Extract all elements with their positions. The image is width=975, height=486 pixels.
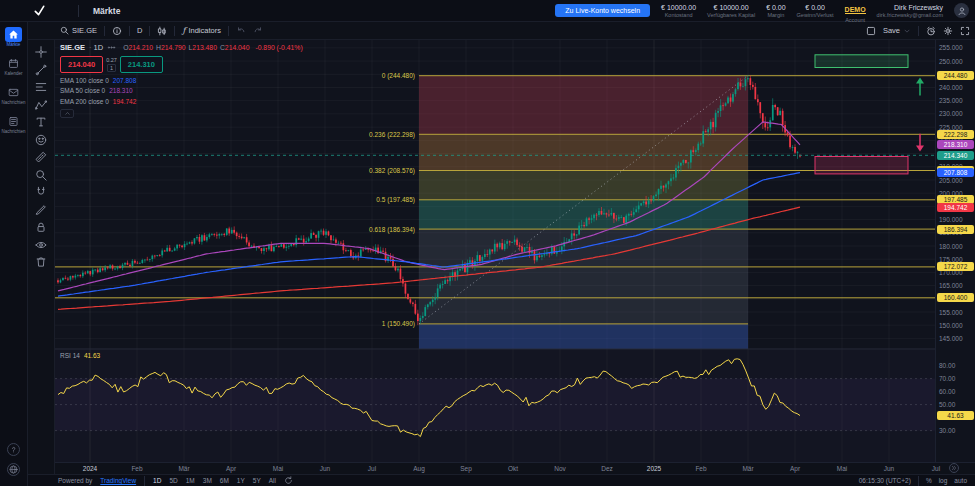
axis-price-label: 172.072 (937, 262, 974, 271)
interval-button[interactable]: D (137, 26, 142, 35)
time-axis[interactable]: 2024FebMärAprMaiJunJulAugSepOktNovDez202… (55, 462, 975, 474)
text-tool[interactable] (32, 115, 50, 129)
scale-option-%[interactable]: % (926, 477, 932, 484)
time-label: Aug (413, 465, 425, 472)
chart-legend: SIE.GE 1D O214.210H214.790L213.480C214.0… (60, 43, 303, 118)
fx-icon: ƒ (182, 26, 185, 35)
help-icon[interactable] (7, 443, 20, 456)
emoji-tool[interactable] (32, 133, 50, 147)
timeframe-5D[interactable]: 5D (169, 477, 177, 484)
markets-title[interactable]: Märkte (93, 6, 120, 16)
timeframe-5Y[interactable]: 5Y (253, 477, 261, 484)
price-tick: 190.000 (939, 216, 963, 223)
time-label: Nov (554, 465, 566, 472)
symbol-search-value: SIE.GE (72, 26, 97, 35)
home-icon (5, 27, 22, 42)
tradingview-link[interactable]: TradingView (100, 477, 136, 484)
alert-icon[interactable] (926, 26, 936, 36)
sidebar-item-märkte[interactable]: Märkte (0, 27, 27, 48)
user-info[interactable]: Dirk Friczewsky dirk.friczewsky@gmail.co… (877, 4, 943, 18)
indicators-button[interactable]: ƒ Indicators (182, 26, 221, 35)
gear-icon[interactable] (943, 26, 953, 36)
fullscreen-icon[interactable] (960, 26, 970, 36)
rsi-value-label: 41.63 (937, 411, 974, 420)
measure-tool[interactable] (32, 150, 50, 164)
undo-icon[interactable] (236, 26, 246, 36)
lock-tool[interactable] (32, 220, 50, 234)
timeframe-1Y[interactable]: 1Y (237, 477, 245, 484)
indicator-row[interactable]: EMA 200 close 0194.742 (60, 98, 303, 105)
more-options-icon[interactable] (107, 43, 116, 52)
scale-option-auto[interactable]: auto (954, 477, 967, 484)
save-button[interactable]: Save (883, 26, 911, 35)
info-icon[interactable] (112, 26, 122, 36)
price-axis[interactable]: 255.000250.000245.000240.000235.000230.0… (935, 40, 975, 462)
buy-button[interactable]: 214.310 (120, 56, 163, 73)
quantity-value[interactable]: 1 (107, 64, 116, 72)
topbar-account-cluster: Zu Live-Konto wechseln € 10000.00Kontost… (555, 0, 975, 23)
scroll-to-realtime-button[interactable] (949, 463, 959, 473)
magnet-tool[interactable] (32, 185, 50, 199)
timeframe-6M[interactable]: 6M (220, 477, 229, 484)
app-logo-icon[interactable] (0, 4, 78, 17)
sidebar-item-kalender[interactable]: Kalender (0, 56, 27, 77)
search-icon (60, 26, 69, 35)
sidebar-item-nachrichten[interactable]: Nachrichten (0, 85, 27, 106)
axis-price-label: 194.742 (937, 203, 974, 212)
indicator-row[interactable]: EMA 100 close 0207.808 (60, 77, 303, 84)
indicator-row[interactable]: SMA 50 close 0218.310 (60, 87, 303, 94)
sidebar-item-nachrichten[interactable]: Nachrichten (0, 114, 27, 135)
rsi-value: 41.63 (84, 352, 100, 359)
globe-icon[interactable] (7, 463, 20, 476)
clock-label: 06:15:30 (UTC+2) (859, 477, 911, 484)
user-name: Dirk Friczewsky (877, 4, 943, 11)
zoom-tool[interactable] (32, 168, 50, 182)
layout-icon[interactable] (866, 26, 876, 36)
sell-button[interactable]: 214.040 (60, 56, 103, 73)
rsi-label[interactable]: RSI 14 (60, 352, 80, 359)
buy-sell-widget: 214.040 0.27 1 214.310 (60, 56, 303, 73)
fib-retracement-tool[interactable] (32, 80, 50, 94)
refresh-icon[interactable] (284, 476, 293, 485)
hide-tool[interactable] (32, 238, 50, 252)
axis-price-label: 244.480 (937, 71, 974, 80)
timeframe-1M[interactable]: 1M (186, 477, 195, 484)
axis-price-label: 214.340 (937, 151, 974, 160)
time-label: 2025 (647, 465, 661, 472)
price-tick: 165.000 (939, 282, 963, 289)
axis-price-label: 160.400 (937, 293, 974, 302)
delete-tool[interactable] (32, 255, 50, 269)
svg-text:0.236 (222.298): 0.236 (222.298) (369, 131, 415, 139)
rsi-tick: 70.00 (939, 375, 955, 382)
rsi-tick: 50.00 (939, 401, 955, 408)
symbol-search[interactable]: SIE.GE (60, 26, 97, 35)
legend-interval: 1D (89, 43, 103, 52)
svg-text:1 (150.490): 1 (150.490) (382, 320, 415, 328)
app-sidebar: MärkteKalenderNachrichtenNachrichten (0, 22, 28, 486)
timeframe-All[interactable]: All (269, 477, 276, 484)
avatar[interactable] (954, 3, 969, 18)
scale-option-log[interactable]: log (939, 477, 948, 484)
timeframe-3M[interactable]: 3M (203, 477, 212, 484)
timeframe-1D[interactable]: 1D (153, 477, 161, 484)
crosshair-tool[interactable] (32, 45, 50, 59)
brush-tool[interactable] (32, 203, 50, 217)
switch-to-live-account-button[interactable]: Zu Live-Konto wechseln (555, 4, 650, 17)
time-label: Mai (837, 465, 847, 472)
collapse-legend-button[interactable] (60, 109, 74, 118)
account-stat: € 0.00Margin (766, 4, 785, 18)
trendline-tool[interactable] (32, 63, 50, 77)
chart-type-icon[interactable] (157, 26, 167, 36)
price-tick: 240.000 (939, 84, 963, 91)
price-tick: 145.000 (939, 335, 963, 342)
time-label: Jun (884, 465, 894, 472)
timeframe-buttons: 1D5D1M3M6M1Y5YAll (153, 477, 276, 484)
pattern-tool[interactable] (32, 98, 50, 112)
sidebar-footer (7, 443, 20, 486)
redo-icon[interactable] (253, 26, 263, 36)
chart-toolbar: SIE.GE D ƒ Indicators Save (28, 22, 975, 40)
time-label: Okt (508, 465, 518, 472)
price-tick: 250.000 (939, 58, 963, 65)
account-stat: € 0.00Gewinn/Verlust (797, 4, 834, 18)
legend-symbol[interactable]: SIE.GE (60, 43, 85, 52)
